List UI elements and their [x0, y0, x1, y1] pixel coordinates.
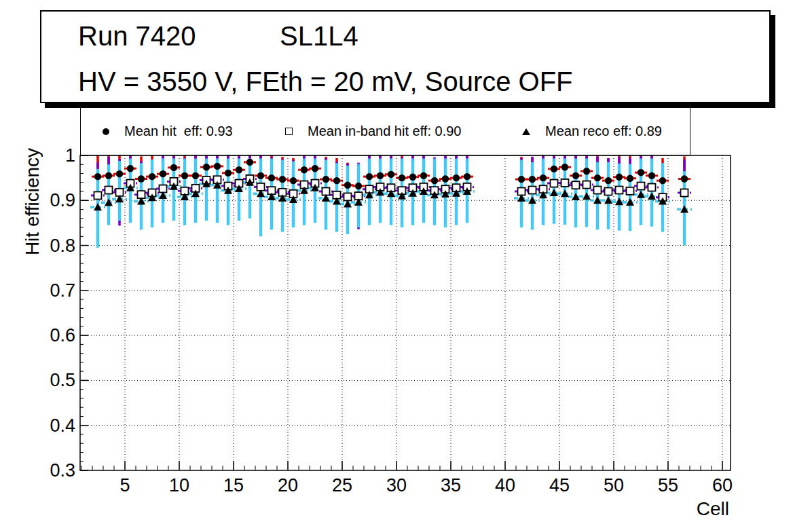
x-tick-label: 35 [430, 476, 471, 495]
x-tick-label: 40 [485, 476, 525, 495]
y-tick-label: 0.3 [39, 462, 75, 480]
y-tick-label: 0.6 [39, 326, 75, 345]
efficiency-plot [0, 0, 812, 524]
x-tick-label: 45 [539, 476, 580, 495]
y-tick-label: 0.9 [39, 191, 75, 210]
data-points [90, 155, 692, 248]
x-tick-label: 15 [213, 476, 254, 495]
y-tick-label: 0.8 [39, 237, 75, 255]
x-tick-label: 25 [322, 476, 363, 495]
x-tick-label: 30 [376, 476, 417, 495]
x-tick-label: 10 [159, 476, 200, 495]
x-tick-label: 60 [702, 476, 743, 495]
x-tick-label: 5 [105, 476, 145, 495]
y-tick-label: 0.7 [39, 282, 75, 300]
x-tick-label: 55 [648, 476, 688, 495]
x-tick-label: 50 [593, 476, 634, 495]
y-tick-label: 0.4 [39, 417, 75, 435]
y-tick-label: 1 [39, 147, 75, 165]
y-tick-label: 0.5 [39, 371, 75, 390]
root-canvas: { "title_box": { "run": "Run 7420", "lay… [0, 0, 812, 524]
x-tick-label: 20 [267, 476, 308, 495]
